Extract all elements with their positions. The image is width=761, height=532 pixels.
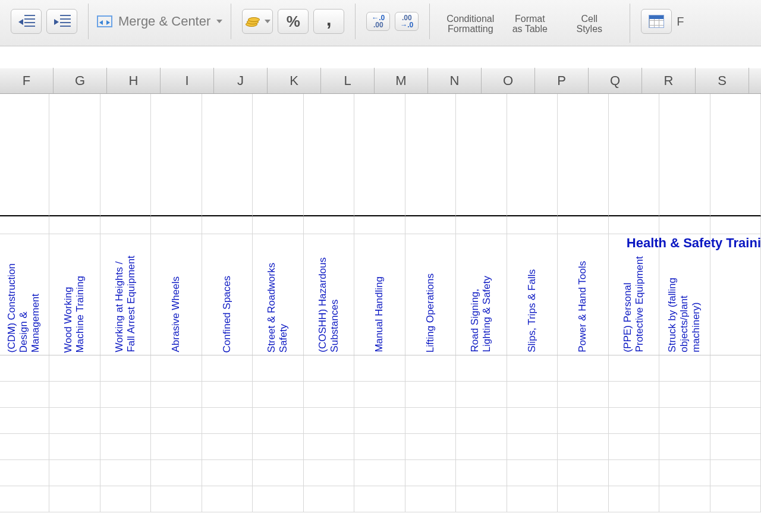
column-header[interactable]: R <box>642 68 696 93</box>
cell[interactable] <box>659 460 710 486</box>
cell[interactable] <box>710 216 761 234</box>
category-header-cell[interactable]: Struck by (falling objects/plant machine… <box>659 234 710 355</box>
cell[interactable] <box>253 434 303 460</box>
cell[interactable] <box>151 382 202 408</box>
cell[interactable] <box>558 216 608 234</box>
cell[interactable] <box>151 216 202 234</box>
column-header[interactable]: F <box>0 68 54 93</box>
cell[interactable] <box>151 460 202 486</box>
cell[interactable] <box>456 434 507 460</box>
cell[interactable] <box>558 434 608 460</box>
cell[interactable] <box>304 434 354 460</box>
cell[interactable] <box>304 382 354 408</box>
column-header[interactable]: I <box>161 68 214 93</box>
cell[interactable] <box>659 216 710 234</box>
cell[interactable] <box>100 355 151 382</box>
cell[interactable] <box>49 355 100 382</box>
cell[interactable] <box>253 355 303 382</box>
cell[interactable] <box>507 382 558 408</box>
cell[interactable] <box>456 216 507 234</box>
cell[interactable] <box>151 94 202 216</box>
cell[interactable] <box>100 460 151 486</box>
cell[interactable] <box>354 434 405 460</box>
cell[interactable] <box>609 486 659 512</box>
cell[interactable] <box>202 486 253 512</box>
decrease-indent-button[interactable] <box>11 9 42 34</box>
cell[interactable] <box>304 355 354 382</box>
category-header-cell[interactable]: (CDM) Construction Design & Management <box>0 234 49 355</box>
cell[interactable] <box>0 382 49 408</box>
cell[interactable] <box>253 216 303 234</box>
decrease-decimal-button[interactable]: .00→.0 <box>395 12 419 31</box>
cell[interactable] <box>100 94 151 216</box>
cell[interactable] <box>456 460 507 486</box>
increase-decimal-button[interactable]: ←.0.00 <box>366 12 390 31</box>
cell[interactable] <box>710 382 761 408</box>
cell[interactable] <box>405 486 456 512</box>
cell[interactable] <box>151 408 202 434</box>
cell[interactable] <box>253 408 303 434</box>
cell[interactable] <box>253 486 303 512</box>
column-header[interactable]: K <box>268 68 321 93</box>
cell[interactable] <box>609 434 659 460</box>
cell[interactable] <box>202 434 253 460</box>
category-header-cell[interactable]: Wood Working Machine Training <box>49 234 100 355</box>
cell[interactable] <box>405 434 456 460</box>
cell[interactable] <box>507 486 558 512</box>
cell[interactable] <box>405 382 456 408</box>
column-header[interactable]: H <box>107 68 161 93</box>
cell[interactable] <box>558 382 608 408</box>
cell[interactable] <box>0 408 49 434</box>
category-header-cell[interactable]: Street & Roadworks Safety <box>253 234 303 355</box>
cell[interactable] <box>558 486 608 512</box>
cell[interactable] <box>609 382 659 408</box>
cell[interactable] <box>202 408 253 434</box>
cell[interactable] <box>456 408 507 434</box>
cell[interactable] <box>202 94 253 216</box>
cell[interactable] <box>659 94 710 216</box>
cell[interactable] <box>151 355 202 382</box>
cell[interactable] <box>354 382 405 408</box>
cell[interactable] <box>49 408 100 434</box>
column-header[interactable]: S <box>696 68 749 93</box>
column-header[interactable]: P <box>535 68 589 93</box>
cell[interactable] <box>253 94 303 216</box>
cell[interactable] <box>609 94 659 216</box>
cell[interactable] <box>609 355 659 382</box>
cell[interactable] <box>405 216 456 234</box>
merge-center-button[interactable]: Merge & Center <box>97 14 222 29</box>
cell[interactable] <box>49 486 100 512</box>
cell[interactable] <box>0 460 49 486</box>
cell[interactable] <box>354 408 405 434</box>
cell[interactable] <box>710 94 761 216</box>
cell[interactable] <box>456 382 507 408</box>
cell[interactable] <box>507 408 558 434</box>
cell[interactable] <box>710 355 761 382</box>
cell[interactable] <box>202 216 253 234</box>
cell[interactable] <box>49 94 100 216</box>
cell[interactable] <box>202 355 253 382</box>
cell[interactable] <box>100 434 151 460</box>
column-header[interactable]: N <box>428 68 482 93</box>
cell[interactable] <box>659 434 710 460</box>
cell[interactable] <box>0 355 49 382</box>
cell[interactable] <box>710 434 761 460</box>
cell[interactable] <box>304 408 354 434</box>
category-header-cell[interactable]: Road Signing, Lighting & Safety <box>456 234 507 355</box>
cell[interactable] <box>456 355 507 382</box>
cell[interactable] <box>253 382 303 408</box>
conditional-formatting-button[interactable]: ConditionalFormatting <box>441 6 500 42</box>
percent-button[interactable]: % <box>278 9 309 34</box>
cell[interactable] <box>49 434 100 460</box>
cell[interactable] <box>354 486 405 512</box>
cell[interactable] <box>405 355 456 382</box>
category-header-cell[interactable]: Working at Heights / Fall Arrest Equipme… <box>100 234 151 355</box>
cell[interactable] <box>0 486 49 512</box>
cell[interactable] <box>100 382 151 408</box>
cell[interactable] <box>609 216 659 234</box>
cell[interactable] <box>304 486 354 512</box>
cell[interactable] <box>253 460 303 486</box>
cell[interactable] <box>659 355 710 382</box>
cell[interactable] <box>304 460 354 486</box>
cell[interactable] <box>405 460 456 486</box>
